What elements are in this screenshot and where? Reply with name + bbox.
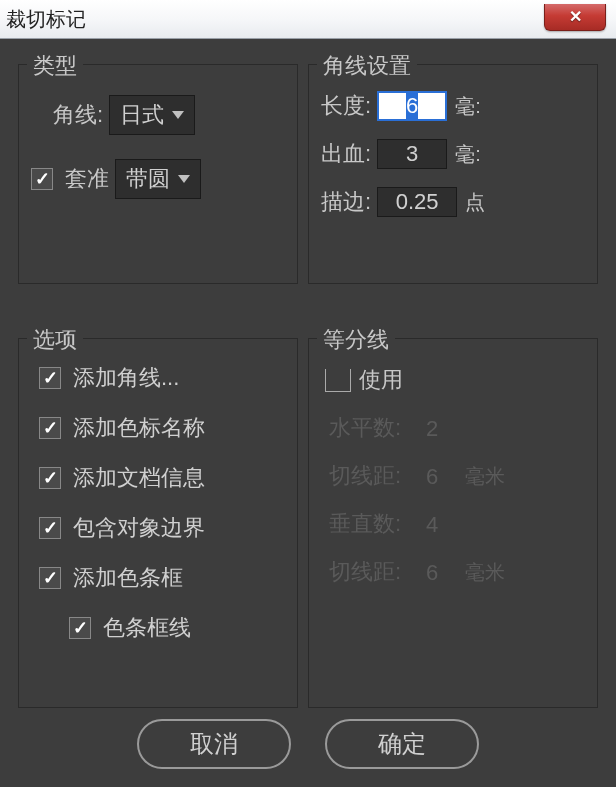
chevron-down-icon	[172, 111, 184, 119]
bleed-unit: 毫:	[455, 141, 481, 168]
jiaoxian-value: 日式	[120, 100, 164, 130]
group-corner-legend: 角线设置	[317, 51, 417, 81]
group-corner: 角线设置 长度: 毫: 出血: 毫: 描边: 点	[308, 64, 598, 284]
option-label-5: 色条框线	[103, 613, 191, 643]
divide-row-3: 切线距:6毫米	[329, 557, 585, 587]
button-bar: 取消 确定	[0, 719, 616, 769]
option-label-3: 包含对象边界	[73, 513, 205, 543]
jiaoxian-select[interactable]: 日式	[109, 95, 195, 135]
option-row-2: 添加文档信息	[39, 463, 285, 493]
option-label-0: 添加角线...	[73, 363, 179, 393]
option-checkbox-0[interactable]	[39, 367, 61, 389]
taozhun-select[interactable]: 带圆	[115, 159, 201, 199]
length-input[interactable]	[377, 91, 447, 121]
cancel-button[interactable]: 取消	[137, 719, 291, 769]
taozhun-value: 带圆	[126, 164, 170, 194]
use-checkbox[interactable]	[325, 369, 351, 392]
option-checkbox-3[interactable]	[39, 517, 61, 539]
bleed-input[interactable]	[377, 139, 447, 169]
divide-row-1: 切线距:6毫米	[329, 461, 585, 491]
option-row-1: 添加色标名称	[39, 413, 285, 443]
group-options-legend: 选项	[27, 325, 83, 355]
taozhun-label: 套准	[65, 164, 109, 194]
divide-input-2[interactable]: 4	[407, 509, 457, 539]
divide-row-0: 水平数:2	[329, 413, 585, 443]
close-button[interactable]: ✕	[544, 4, 606, 31]
option-label-2: 添加文档信息	[73, 463, 205, 493]
jiaoxian-label: 角线:	[53, 100, 103, 130]
option-label-1: 添加色标名称	[73, 413, 205, 443]
group-type-legend: 类型	[27, 51, 83, 81]
stroke-unit: 点	[465, 189, 485, 216]
group-type: 类型 角线: 日式 套准 带圆	[18, 64, 298, 284]
use-label: 使用	[359, 365, 403, 395]
length-label: 长度:	[321, 91, 371, 121]
divide-row-2: 垂直数:4	[329, 509, 585, 539]
stroke-label: 描边:	[321, 187, 371, 217]
taozhun-checkbox[interactable]	[31, 168, 53, 190]
group-divide-legend: 等分线	[317, 325, 395, 355]
bleed-label: 出血:	[321, 139, 371, 169]
group-options: 选项 添加角线...添加色标名称添加文档信息包含对象边界添加色条框色条框线	[18, 338, 298, 708]
divide-unit-3: 毫米	[465, 559, 505, 586]
option-row-3: 包含对象边界	[39, 513, 285, 543]
row-jiaoxian: 角线: 日式	[53, 95, 285, 135]
row-length: 长度: 毫:	[321, 91, 585, 121]
option-row-5: 色条框线	[69, 613, 285, 643]
row-use: 使用	[325, 365, 585, 395]
length-unit: 毫:	[455, 93, 481, 120]
window-title: 裁切标记	[6, 6, 86, 33]
divide-label-0: 水平数:	[329, 413, 401, 443]
option-row-0: 添加角线...	[39, 363, 285, 393]
dialog-content: 类型 角线: 日式 套准 带圆 角线设置 长度: 毫: 出血:	[18, 48, 598, 697]
option-checkbox-1[interactable]	[39, 417, 61, 439]
stroke-input[interactable]	[377, 187, 457, 217]
option-checkbox-2[interactable]	[39, 467, 61, 489]
option-checkbox-5[interactable]	[69, 617, 91, 639]
titlebar: 裁切标记 ✕	[0, 0, 616, 39]
row-bleed: 出血: 毫:	[321, 139, 585, 169]
row-taozhun: 套准 带圆	[31, 159, 285, 199]
divide-input-0[interactable]: 2	[407, 413, 457, 443]
divide-label-1: 切线距:	[329, 461, 401, 491]
divide-label-3: 切线距:	[329, 557, 401, 587]
row-stroke: 描边: 点	[321, 187, 585, 217]
option-label-4: 添加色条框	[73, 563, 183, 593]
divide-input-1[interactable]: 6	[407, 461, 457, 491]
close-icon: ✕	[569, 7, 582, 26]
option-checkbox-4[interactable]	[39, 567, 61, 589]
divide-input-3[interactable]: 6	[407, 557, 457, 587]
group-divide: 等分线 使用 水平数:2切线距:6毫米垂直数:4切线距:6毫米	[308, 338, 598, 708]
divide-unit-1: 毫米	[465, 463, 505, 490]
divide-label-2: 垂直数:	[329, 509, 401, 539]
chevron-down-icon	[178, 175, 190, 183]
ok-button[interactable]: 确定	[325, 719, 479, 769]
option-row-4: 添加色条框	[39, 563, 285, 593]
